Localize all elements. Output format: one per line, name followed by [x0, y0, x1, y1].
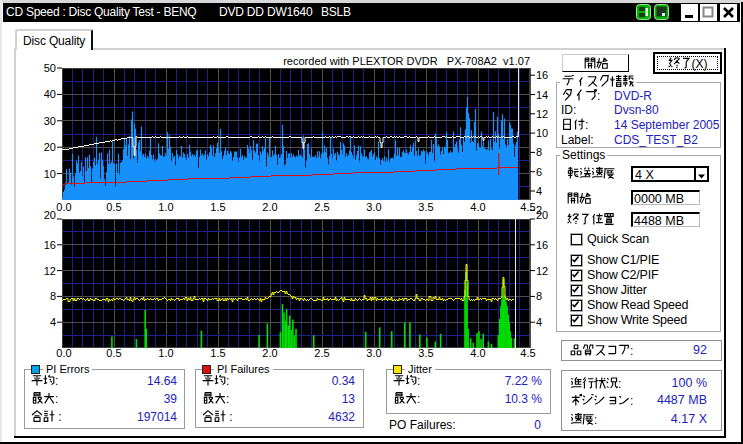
svg-text:40: 40	[44, 88, 56, 100]
svg-text:14: 14	[536, 89, 548, 101]
svg-text:6: 6	[536, 166, 542, 178]
svg-text:12: 12	[44, 265, 56, 277]
svg-text:20: 20	[44, 141, 56, 153]
svg-text:20: 20	[536, 209, 548, 221]
svg-text:4.5: 4.5	[520, 347, 535, 359]
svg-text:0.0: 0.0	[56, 347, 71, 359]
svg-text:8: 8	[536, 290, 542, 302]
svg-text:10: 10	[44, 168, 56, 180]
svg-text:12: 12	[536, 108, 548, 120]
svg-text:0.5: 0.5	[106, 347, 121, 359]
svg-text:16: 16	[536, 69, 548, 81]
svg-text:1.0: 1.0	[158, 347, 173, 359]
svg-text:30: 30	[44, 115, 56, 127]
svg-text:4: 4	[536, 316, 542, 328]
svg-text:8: 8	[50, 290, 56, 302]
svg-text:50: 50	[44, 62, 56, 74]
svg-text:8: 8	[536, 146, 542, 158]
svg-text:3.5: 3.5	[418, 347, 433, 359]
svg-text:2.0: 2.0	[262, 347, 277, 359]
svg-text:1.5: 1.5	[210, 347, 225, 359]
svg-text:16: 16	[44, 239, 56, 251]
svg-text:4: 4	[50, 316, 56, 328]
svg-text:16: 16	[536, 239, 548, 251]
svg-text:4: 4	[536, 185, 542, 197]
svg-text:12: 12	[536, 265, 548, 277]
svg-text:10: 10	[536, 127, 548, 139]
svg-text:2.5: 2.5	[314, 347, 329, 359]
svg-text:4.0: 4.0	[470, 347, 485, 359]
svg-text:3.0: 3.0	[366, 347, 381, 359]
svg-text:20: 20	[44, 209, 56, 221]
